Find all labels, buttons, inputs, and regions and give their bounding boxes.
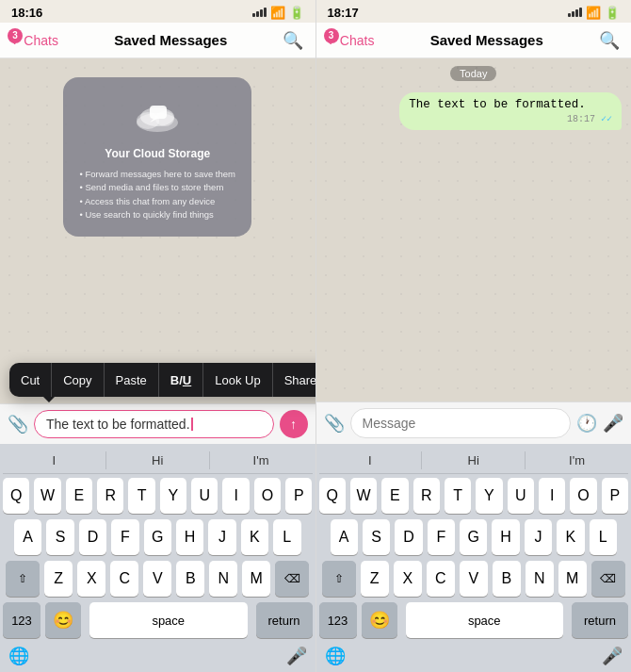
key-d-right[interactable]: D — [395, 519, 422, 555]
key-m-left[interactable]: M — [242, 561, 270, 597]
attach-icon-left[interactable]: 📎 — [8, 414, 28, 434]
key-v-right[interactable]: V — [460, 561, 488, 597]
nav-back-left[interactable]: ‹ 3 Chats — [11, 32, 58, 49]
key-h-left[interactable]: H — [176, 519, 203, 555]
key-x-left[interactable]: X — [77, 561, 105, 597]
key-f-right[interactable]: F — [428, 519, 455, 555]
key-i-right[interactable]: I — [539, 478, 565, 514]
key-a-right[interactable]: A — [331, 519, 358, 555]
today-badge: Today — [450, 66, 496, 81]
delete-key-left[interactable]: ⌫ — [275, 561, 309, 597]
key-s-right[interactable]: S — [363, 519, 390, 555]
mic-icon-left[interactable]: 🎤 — [286, 646, 307, 666]
key-r-left[interactable]: R — [97, 478, 123, 514]
key-n-left[interactable]: N — [209, 561, 237, 597]
key-q-left[interactable]: Q — [3, 478, 29, 514]
today-divider: Today — [316, 66, 632, 81]
key-t-right[interactable]: T — [445, 478, 471, 514]
key-f-left[interactable]: F — [111, 519, 138, 555]
key-p-right[interactable]: P — [602, 478, 628, 514]
predict-word-3[interactable]: I'm — [210, 451, 313, 469]
key-a-left[interactable]: A — [14, 519, 41, 555]
key-o-left[interactable]: O — [254, 478, 281, 514]
input-row-right: 📎 🕐 🎤 — [324, 408, 624, 438]
context-copy[interactable]: Copy — [52, 363, 104, 397]
key-r-right[interactable]: R — [413, 478, 440, 514]
key-h-right[interactable]: H — [492, 519, 519, 555]
context-paste[interactable]: Paste — [105, 363, 159, 397]
key-w-left[interactable]: W — [34, 478, 60, 514]
key-e-right[interactable]: E — [381, 478, 408, 514]
predict-word-1[interactable]: I — [3, 451, 106, 469]
context-share[interactable]: Share... — [273, 363, 316, 397]
nav-back-label-right[interactable]: Chats — [340, 33, 375, 48]
signal-bar-r4 — [579, 8, 582, 17]
predictive-bar-left: I Hi I'm — [3, 448, 313, 474]
input-field-right[interactable] — [350, 408, 572, 438]
predict-word-r2[interactable]: Hi — [422, 451, 526, 469]
nav-back-right[interactable]: ‹ 3 Chats — [328, 32, 375, 49]
key-y-left[interactable]: Y — [160, 478, 186, 514]
context-bold[interactable]: B/U — [159, 363, 203, 397]
key-y-right[interactable]: Y — [476, 478, 502, 514]
key-q-right[interactable]: Q — [319, 478, 346, 514]
predict-word-r3[interactable]: I'm — [526, 451, 628, 469]
num-key-left[interactable]: 123 — [3, 602, 40, 638]
key-g-left[interactable]: G — [144, 519, 171, 555]
emoji-key-left[interactable]: 😊 — [45, 602, 81, 638]
return-key-right[interactable]: return — [572, 602, 628, 638]
key-s-left[interactable]: S — [46, 519, 73, 555]
search-icon-left[interactable]: 🔍 — [283, 30, 303, 51]
emoji-time-icon-right[interactable]: 🕐 — [576, 413, 597, 434]
key-m-right[interactable]: M — [558, 561, 587, 597]
key-c-left[interactable]: C — [110, 561, 138, 597]
send-button-left[interactable]: ↑ — [280, 410, 308, 438]
num-key-right[interactable]: 123 — [319, 602, 357, 638]
nav-back-label-left[interactable]: Chats — [24, 33, 58, 48]
input-text-field-left[interactable]: The text to be formatted. — [34, 410, 274, 438]
key-k-left[interactable]: K — [241, 519, 268, 555]
key-p-left[interactable]: P — [285, 478, 312, 514]
key-l-right[interactable]: L — [590, 519, 617, 555]
shift-key-right[interactable]: ⇧ — [322, 561, 356, 597]
key-x-right[interactable]: X — [394, 561, 422, 597]
key-k-right[interactable]: K — [557, 519, 584, 555]
cloud-info-list: Forward messages here to save them Send … — [80, 168, 235, 221]
key-w-right[interactable]: W — [350, 478, 377, 514]
key-c-right[interactable]: C — [427, 561, 455, 597]
emoji-key-right[interactable]: 😊 — [362, 602, 397, 638]
context-lookup[interactable]: Look Up — [203, 363, 272, 397]
key-b-left[interactable]: B — [176, 561, 204, 597]
attach-icon-right[interactable]: 📎 — [324, 413, 345, 434]
mic-icon-right-kb[interactable]: 🎤 — [602, 646, 623, 666]
predict-word-r1[interactable]: I — [319, 451, 423, 469]
context-cut[interactable]: Cut — [9, 363, 52, 397]
key-g-right[interactable]: G — [460, 519, 487, 555]
status-icons-left: 📶 🔋 — [252, 6, 304, 20]
key-d-left[interactable]: D — [79, 519, 106, 555]
shift-key-left[interactable]: ⇧ — [6, 561, 40, 597]
key-u-right[interactable]: U — [508, 478, 534, 514]
predict-word-2[interactable]: Hi — [106, 451, 210, 469]
search-icon-right[interactable]: 🔍 — [599, 30, 620, 51]
globe-icon-left[interactable]: 🌐 — [8, 646, 29, 666]
key-i-left[interactable]: I — [222, 478, 249, 514]
space-key-right[interactable]: space — [406, 602, 564, 638]
delete-key-right[interactable]: ⌫ — [591, 561, 625, 597]
mic-icon-right[interactable]: 🎤 — [603, 413, 623, 434]
key-b-right[interactable]: B — [493, 561, 521, 597]
key-o-right[interactable]: O — [570, 478, 596, 514]
return-key-left[interactable]: return — [256, 602, 313, 638]
space-key-left[interactable]: space — [89, 602, 248, 638]
globe-icon-right[interactable]: 🌐 — [325, 646, 346, 666]
key-z-right[interactable]: Z — [361, 561, 389, 597]
key-e-left[interactable]: E — [66, 478, 92, 514]
key-j-left[interactable]: J — [208, 519, 235, 555]
key-t-left[interactable]: T — [128, 478, 154, 514]
key-z-left[interactable]: Z — [44, 561, 73, 597]
key-n-right[interactable]: N — [526, 561, 554, 597]
key-l-left[interactable]: L — [273, 519, 300, 555]
key-v-left[interactable]: V — [143, 561, 171, 597]
key-u-left[interactable]: U — [191, 478, 218, 514]
key-j-right[interactable]: J — [525, 519, 552, 555]
